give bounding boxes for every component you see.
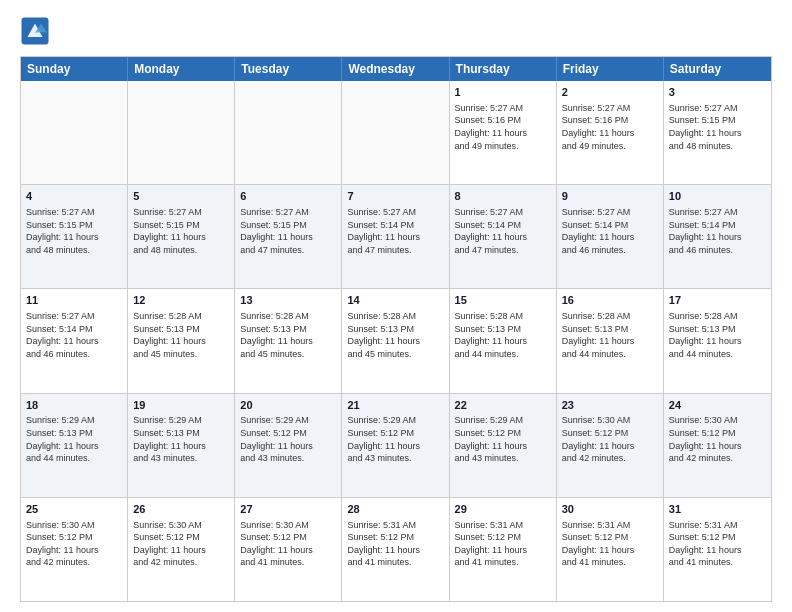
day-number: 25 <box>26 502 122 517</box>
day-info: Sunrise: 5:28 AM Sunset: 5:13 PM Dayligh… <box>347 310 443 360</box>
day-number: 3 <box>669 85 766 100</box>
calendar-cell: 16Sunrise: 5:28 AM Sunset: 5:13 PM Dayli… <box>557 289 664 392</box>
day-info: Sunrise: 5:27 AM Sunset: 5:14 PM Dayligh… <box>455 206 551 256</box>
weekday-header-monday: Monday <box>128 57 235 81</box>
day-info: Sunrise: 5:31 AM Sunset: 5:12 PM Dayligh… <box>669 519 766 569</box>
calendar-row-2: 4Sunrise: 5:27 AM Sunset: 5:15 PM Daylig… <box>21 184 771 288</box>
calendar-cell: 28Sunrise: 5:31 AM Sunset: 5:12 PM Dayli… <box>342 498 449 601</box>
day-info: Sunrise: 5:28 AM Sunset: 5:13 PM Dayligh… <box>669 310 766 360</box>
day-info: Sunrise: 5:30 AM Sunset: 5:12 PM Dayligh… <box>240 519 336 569</box>
day-number: 26 <box>133 502 229 517</box>
calendar-cell <box>235 81 342 184</box>
day-number: 12 <box>133 293 229 308</box>
calendar-cell: 12Sunrise: 5:28 AM Sunset: 5:13 PM Dayli… <box>128 289 235 392</box>
day-number: 6 <box>240 189 336 204</box>
day-info: Sunrise: 5:27 AM Sunset: 5:15 PM Dayligh… <box>133 206 229 256</box>
day-number: 2 <box>562 85 658 100</box>
day-info: Sunrise: 5:30 AM Sunset: 5:12 PM Dayligh… <box>562 414 658 464</box>
calendar-cell: 14Sunrise: 5:28 AM Sunset: 5:13 PM Dayli… <box>342 289 449 392</box>
day-number: 1 <box>455 85 551 100</box>
calendar-cell <box>21 81 128 184</box>
calendar-cell <box>128 81 235 184</box>
calendar-cell: 1Sunrise: 5:27 AM Sunset: 5:16 PM Daylig… <box>450 81 557 184</box>
calendar-cell: 13Sunrise: 5:28 AM Sunset: 5:13 PM Dayli… <box>235 289 342 392</box>
calendar-cell: 11Sunrise: 5:27 AM Sunset: 5:14 PM Dayli… <box>21 289 128 392</box>
calendar-cell: 17Sunrise: 5:28 AM Sunset: 5:13 PM Dayli… <box>664 289 771 392</box>
day-number: 18 <box>26 398 122 413</box>
calendar-cell: 30Sunrise: 5:31 AM Sunset: 5:12 PM Dayli… <box>557 498 664 601</box>
calendar-cell: 5Sunrise: 5:27 AM Sunset: 5:15 PM Daylig… <box>128 185 235 288</box>
day-info: Sunrise: 5:27 AM Sunset: 5:16 PM Dayligh… <box>562 102 658 152</box>
day-info: Sunrise: 5:31 AM Sunset: 5:12 PM Dayligh… <box>347 519 443 569</box>
calendar-header: SundayMondayTuesdayWednesdayThursdayFrid… <box>21 57 771 81</box>
day-info: Sunrise: 5:28 AM Sunset: 5:13 PM Dayligh… <box>562 310 658 360</box>
day-info: Sunrise: 5:29 AM Sunset: 5:13 PM Dayligh… <box>26 414 122 464</box>
day-number: 27 <box>240 502 336 517</box>
calendar-cell: 23Sunrise: 5:30 AM Sunset: 5:12 PM Dayli… <box>557 394 664 497</box>
day-info: Sunrise: 5:30 AM Sunset: 5:12 PM Dayligh… <box>133 519 229 569</box>
calendar-cell: 7Sunrise: 5:27 AM Sunset: 5:14 PM Daylig… <box>342 185 449 288</box>
day-number: 14 <box>347 293 443 308</box>
day-info: Sunrise: 5:28 AM Sunset: 5:13 PM Dayligh… <box>133 310 229 360</box>
calendar-body: 1Sunrise: 5:27 AM Sunset: 5:16 PM Daylig… <box>21 81 771 601</box>
day-number: 19 <box>133 398 229 413</box>
weekday-header-wednesday: Wednesday <box>342 57 449 81</box>
calendar-cell: 3Sunrise: 5:27 AM Sunset: 5:15 PM Daylig… <box>664 81 771 184</box>
day-number: 10 <box>669 189 766 204</box>
day-info: Sunrise: 5:29 AM Sunset: 5:12 PM Dayligh… <box>347 414 443 464</box>
day-number: 23 <box>562 398 658 413</box>
day-number: 31 <box>669 502 766 517</box>
day-number: 9 <box>562 189 658 204</box>
day-info: Sunrise: 5:27 AM Sunset: 5:16 PM Dayligh… <box>455 102 551 152</box>
day-info: Sunrise: 5:27 AM Sunset: 5:14 PM Dayligh… <box>562 206 658 256</box>
day-number: 16 <box>562 293 658 308</box>
day-info: Sunrise: 5:29 AM Sunset: 5:12 PM Dayligh… <box>455 414 551 464</box>
calendar-row-1: 1Sunrise: 5:27 AM Sunset: 5:16 PM Daylig… <box>21 81 771 184</box>
day-info: Sunrise: 5:27 AM Sunset: 5:15 PM Dayligh… <box>240 206 336 256</box>
calendar-cell: 9Sunrise: 5:27 AM Sunset: 5:14 PM Daylig… <box>557 185 664 288</box>
day-number: 11 <box>26 293 122 308</box>
day-number: 24 <box>669 398 766 413</box>
logo <box>20 16 54 46</box>
day-number: 17 <box>669 293 766 308</box>
calendar: SundayMondayTuesdayWednesdayThursdayFrid… <box>20 56 772 602</box>
day-info: Sunrise: 5:27 AM Sunset: 5:15 PM Dayligh… <box>669 102 766 152</box>
day-info: Sunrise: 5:27 AM Sunset: 5:15 PM Dayligh… <box>26 206 122 256</box>
page: SundayMondayTuesdayWednesdayThursdayFrid… <box>0 0 792 612</box>
day-number: 22 <box>455 398 551 413</box>
day-info: Sunrise: 5:31 AM Sunset: 5:12 PM Dayligh… <box>562 519 658 569</box>
calendar-cell: 10Sunrise: 5:27 AM Sunset: 5:14 PM Dayli… <box>664 185 771 288</box>
calendar-cell: 6Sunrise: 5:27 AM Sunset: 5:15 PM Daylig… <box>235 185 342 288</box>
calendar-row-3: 11Sunrise: 5:27 AM Sunset: 5:14 PM Dayli… <box>21 288 771 392</box>
logo-icon <box>20 16 50 46</box>
calendar-cell: 8Sunrise: 5:27 AM Sunset: 5:14 PM Daylig… <box>450 185 557 288</box>
day-info: Sunrise: 5:31 AM Sunset: 5:12 PM Dayligh… <box>455 519 551 569</box>
calendar-cell: 2Sunrise: 5:27 AM Sunset: 5:16 PM Daylig… <box>557 81 664 184</box>
day-number: 30 <box>562 502 658 517</box>
day-info: Sunrise: 5:28 AM Sunset: 5:13 PM Dayligh… <box>240 310 336 360</box>
day-info: Sunrise: 5:27 AM Sunset: 5:14 PM Dayligh… <box>26 310 122 360</box>
calendar-cell: 4Sunrise: 5:27 AM Sunset: 5:15 PM Daylig… <box>21 185 128 288</box>
day-number: 15 <box>455 293 551 308</box>
calendar-cell: 19Sunrise: 5:29 AM Sunset: 5:13 PM Dayli… <box>128 394 235 497</box>
day-info: Sunrise: 5:29 AM Sunset: 5:13 PM Dayligh… <box>133 414 229 464</box>
weekday-header-thursday: Thursday <box>450 57 557 81</box>
day-info: Sunrise: 5:27 AM Sunset: 5:14 PM Dayligh… <box>669 206 766 256</box>
day-info: Sunrise: 5:29 AM Sunset: 5:12 PM Dayligh… <box>240 414 336 464</box>
day-info: Sunrise: 5:28 AM Sunset: 5:13 PM Dayligh… <box>455 310 551 360</box>
calendar-cell: 27Sunrise: 5:30 AM Sunset: 5:12 PM Dayli… <box>235 498 342 601</box>
day-number: 8 <box>455 189 551 204</box>
day-info: Sunrise: 5:27 AM Sunset: 5:14 PM Dayligh… <box>347 206 443 256</box>
day-number: 20 <box>240 398 336 413</box>
calendar-cell: 22Sunrise: 5:29 AM Sunset: 5:12 PM Dayli… <box>450 394 557 497</box>
day-number: 29 <box>455 502 551 517</box>
day-number: 7 <box>347 189 443 204</box>
header <box>20 16 772 46</box>
day-info: Sunrise: 5:30 AM Sunset: 5:12 PM Dayligh… <box>669 414 766 464</box>
calendar-cell <box>342 81 449 184</box>
weekday-header-friday: Friday <box>557 57 664 81</box>
calendar-cell: 18Sunrise: 5:29 AM Sunset: 5:13 PM Dayli… <box>21 394 128 497</box>
weekday-header-sunday: Sunday <box>21 57 128 81</box>
day-number: 4 <box>26 189 122 204</box>
calendar-cell: 21Sunrise: 5:29 AM Sunset: 5:12 PM Dayli… <box>342 394 449 497</box>
